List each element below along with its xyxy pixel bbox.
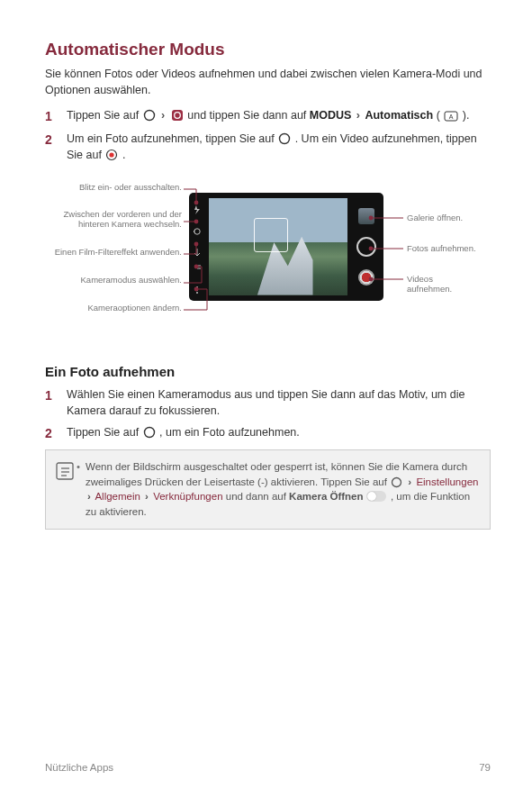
step-body: Um ein Foto aufzunehmen, tippen Sie auf … xyxy=(67,131,491,163)
svg-point-25 xyxy=(392,477,401,486)
page-title: Automatischer Modus xyxy=(45,40,491,59)
link-general: Allgemein xyxy=(95,491,140,502)
note-item: Wenn der Bildschirm ausgeschaltet oder g… xyxy=(86,459,479,520)
chevron-right-icon: › xyxy=(87,491,91,502)
camera-app-icon xyxy=(171,109,184,122)
svg-point-20 xyxy=(144,427,154,437)
chevron-right-icon: › xyxy=(145,491,149,502)
callout: Kameraoptionen ändern. xyxy=(47,303,182,313)
svg-point-0 xyxy=(144,111,154,121)
label-open-camera: Kamera Öffnen xyxy=(289,491,363,502)
link-settings: Einstellungen xyxy=(416,476,478,487)
callout: Kameramodus auswählen. xyxy=(47,275,182,285)
chevron-right-icon: › xyxy=(356,109,360,122)
link-shortcuts: Verknüpfungen xyxy=(153,491,222,502)
callout: Einen Film-Filtereffekt anwenden. xyxy=(47,247,182,257)
steps-secondary: 1 Wählen Sie einen Kameramodus aus und t… xyxy=(45,386,491,443)
switch-camera-icon xyxy=(193,223,202,232)
focus-indicator xyxy=(254,218,288,252)
step-number: 1 xyxy=(45,386,58,419)
svg-rect-1 xyxy=(172,110,183,121)
shutter-icon xyxy=(356,237,376,257)
phone-frame: M xyxy=(189,193,383,301)
viewfinder xyxy=(209,198,347,295)
chevron-right-icon: › xyxy=(161,109,165,122)
toggle-off-icon xyxy=(366,491,386,502)
step-body: Tippen Sie auf , um ein Foto aufzunehmen… xyxy=(67,424,491,442)
circle-outline-icon xyxy=(143,109,156,122)
note-box: Wenn der Bildschirm ausgeschaltet oder g… xyxy=(45,449,491,530)
step-number: 1 xyxy=(45,107,58,125)
svg-point-9 xyxy=(196,286,198,288)
callout: Videos aufnehmen. xyxy=(407,274,479,295)
gallery-thumb-icon xyxy=(358,208,374,224)
flash-icon xyxy=(193,202,202,211)
camera-diagram: M Blitz ein- oder ausschalten. Zwischen … xyxy=(47,177,479,348)
shutter-outline-icon xyxy=(278,132,291,145)
steps-primary: 1 Tippen Sie auf › und tippen Sie dann a… xyxy=(45,107,491,164)
step-number: 2 xyxy=(45,424,58,442)
intro-text: Sie können Fotos oder Videos aufnehmen u… xyxy=(45,67,491,98)
section-heading: Ein Foto aufnehmen xyxy=(45,364,491,379)
step-number: 2 xyxy=(45,131,58,163)
chevron-right-icon: › xyxy=(408,476,411,487)
svg-point-7 xyxy=(110,153,114,158)
left-side-icons: M xyxy=(193,196,203,297)
modus-label: MODUS xyxy=(310,109,352,122)
svg-point-10 xyxy=(196,289,198,291)
auto-mode-icon: A xyxy=(444,111,458,122)
svg-point-11 xyxy=(196,292,198,294)
footer-page-number: 79 xyxy=(479,762,491,773)
settings-dots-icon xyxy=(193,282,202,291)
circle-outline-icon xyxy=(391,476,402,488)
callout: Zwischen der vorderen und der hinteren K… xyxy=(47,209,182,230)
svg-rect-21 xyxy=(57,463,73,479)
page-footer: Nützliche Apps 79 xyxy=(45,762,491,773)
right-side-icons xyxy=(353,202,380,292)
svg-point-5 xyxy=(280,134,290,144)
mode-text-icon: M xyxy=(193,265,202,269)
record-button-icon xyxy=(358,269,374,286)
callout: Galerie öffnen. xyxy=(407,213,463,222)
callout: Fotos aufnehmen. xyxy=(407,243,476,253)
shutter-outline-icon xyxy=(143,426,156,439)
callout: Blitz ein- oder ausschalten. xyxy=(47,182,182,192)
step-body: Tippen Sie auf › und tippen Sie dann auf… xyxy=(67,107,491,125)
auto-label: Automatisch xyxy=(365,109,433,122)
svg-text:A: A xyxy=(449,113,454,120)
step-body: Wählen Sie einen Kameramodus aus und tip… xyxy=(67,386,491,419)
footer-section: Nützliche Apps xyxy=(45,762,113,773)
record-icon xyxy=(105,149,118,161)
note-icon xyxy=(55,461,75,485)
filter-icon xyxy=(193,244,202,253)
